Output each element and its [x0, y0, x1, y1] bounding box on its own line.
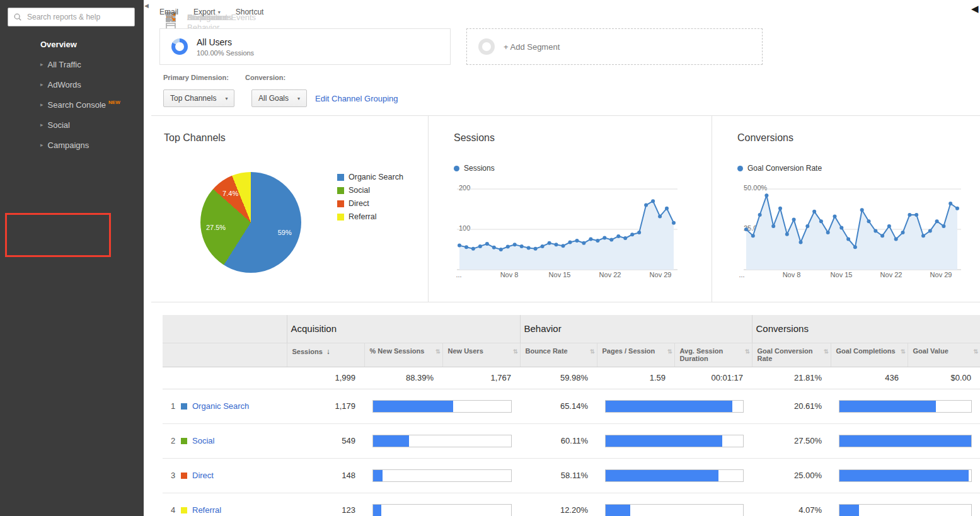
table-group-header: Acquisition Behavior Conversions [163, 315, 980, 343]
overview-charts: Top Channels 59%27.5%7.4% Organic Search… [151, 115, 980, 302]
column-header-avg-session-duration[interactable]: Avg. Session Duration⇅ [674, 343, 752, 367]
column-header-label: Goal Completions [836, 347, 896, 355]
search-box[interactable] [8, 8, 135, 26]
sidebar-item-label: All Traffic [48, 60, 81, 69]
channel-link[interactable]: Organic Search [192, 401, 249, 411]
conversions-legend-label: Goal Conversion Rate [747, 164, 822, 173]
x-axis-label: Nov 22 [599, 271, 621, 278]
edit-channel-grouping-link[interactable]: Edit Channel Grouping [315, 94, 398, 103]
add-segment-circle-icon [478, 38, 495, 55]
group-conversions: Conversions [752, 315, 980, 343]
total-value: 1,767 [442, 367, 520, 389]
column-header-label: Goal Conversion Rate [758, 347, 813, 362]
goal-completions-bar-cell [831, 458, 980, 493]
sidebar-item-label: Overview [40, 40, 77, 49]
goal-conversion-rate-value: 4.07% [752, 493, 831, 516]
goal-completions-bar-cell [831, 389, 980, 423]
goal-conversion-rate-value: 25.00% [752, 458, 831, 493]
column-header-goal-completions[interactable]: Goal Completions⇅ [831, 343, 908, 367]
goal-completions-bar [839, 435, 972, 447]
session-duration-bar [605, 400, 744, 413]
column-header-sessions[interactable]: Sessions↓ [287, 343, 364, 367]
segment-all-users[interactable]: All Users 100.00% Sessions [159, 28, 451, 65]
new-users-bar-cell [364, 389, 520, 423]
sessions-panel: Sessions Sessions 200 100 ...Nov 8Nov 15… [429, 116, 712, 302]
sidebar-item-campaigns[interactable]: ▸Campaigns [0, 135, 144, 155]
total-value: 21.81% [752, 367, 831, 389]
sidebar-collapse-strip[interactable]: ◀ [144, 0, 151, 516]
add-segment-button[interactable]: + Add Segment [466, 28, 763, 65]
export-button[interactable]: Export ▾ [193, 8, 221, 16]
conversion-select[interactable]: All Goals ▾ [251, 89, 307, 107]
sessions-title: Sessions [454, 132, 495, 144]
channel-link[interactable]: Direct [192, 471, 214, 480]
search-input[interactable] [26, 12, 129, 22]
email-button[interactable]: Email [159, 8, 178, 16]
channel-link[interactable]: Social [192, 436, 214, 445]
conversions-legend: Goal Conversion Rate [737, 164, 822, 173]
add-segment-label: + Add Segment [504, 42, 560, 52]
legend-swatch-icon [337, 200, 344, 207]
x-axis-label: Nov 29 [930, 271, 952, 278]
report-controls: Primary Dimension: Conversion: Top Chann… [151, 74, 980, 112]
sidebar-nav: DashboardsShortcutsIntelligence EventsRe… [0, 26, 144, 155]
primary-dimension-label: Primary Dimension: [163, 74, 229, 81]
row-rank: 3 [171, 471, 178, 480]
sessions-line-chart [457, 185, 677, 275]
column-header-label: Goal Value [913, 347, 948, 355]
caret-down-icon: ▾ [225, 96, 228, 101]
column-header-bounce-rate[interactable]: Bounce Rate⇅ [520, 343, 597, 367]
segment-title: All Users [197, 37, 254, 47]
sidebar-item-social[interactable]: ▸Social [0, 115, 144, 135]
table-row-organic-search: 1Organic Search1,17965.14%20.61% [163, 389, 980, 423]
column-header--new-sessions[interactable]: % New Sessions⇅ [364, 343, 442, 367]
shortcut-button[interactable]: Shortcut [236, 8, 264, 16]
column-header-pages-session[interactable]: Pages / Session⇅ [597, 343, 674, 367]
new-users-bar [372, 504, 512, 516]
column-header-label: Pages / Session [602, 347, 655, 355]
expand-arrow-icon: ▸ [40, 101, 43, 108]
sidebar: DashboardsShortcutsIntelligence EventsRe… [0, 0, 144, 516]
total-value: 1,999 [287, 367, 364, 389]
sessions-legend-label: Sessions [464, 164, 495, 173]
sort-toggle-icon: ⇅ [824, 348, 829, 355]
legend-label: Direct [349, 199, 369, 208]
table-row-social: 2Social54960.11%27.50% [163, 423, 980, 458]
segment-subtitle: 100.00% Sessions [197, 49, 254, 57]
row-rank: 4 [171, 505, 178, 515]
channels-tbody: 1Organic Search1,17965.14%20.61%2Social5… [163, 389, 980, 516]
channel-link[interactable]: Referral [192, 505, 221, 515]
sidebar-item-adwords[interactable]: ▸AdWords [0, 74, 144, 95]
group-acquisition: Acquisition [287, 315, 520, 343]
goal-completions-bar-cell [831, 493, 980, 516]
expand-arrow-icon: ▸ [40, 142, 43, 148]
sessions-value: 123 [287, 493, 364, 516]
sort-toggle-icon: ⇅ [435, 348, 441, 355]
main-content: Email Export ▾ Shortcut All Users 100.00… [151, 0, 980, 516]
column-header-goal-conversion-rate[interactable]: Goal Conversion Rate⇅ [752, 343, 831, 367]
primary-dimension-select[interactable]: Top Channels ▾ [163, 89, 234, 107]
sidebar-item-all-traffic[interactable]: ▸All Traffic [0, 54, 144, 74]
column-header-new-users[interactable]: New Users⇅ [442, 343, 520, 367]
table-column-header: Sessions↓% New Sessions⇅New Users⇅Bounce… [163, 343, 980, 367]
x-axis-label: ... [456, 271, 461, 278]
sidebar-item-label: Search Console [48, 100, 107, 110]
channel-color-swatch [181, 438, 187, 444]
sessions-value: 549 [287, 423, 364, 458]
pie-legend: Organic SearchSocialDirectReferral [337, 173, 403, 226]
sidebar-item-search-console[interactable]: ▸Search ConsoleNEW [0, 95, 144, 115]
sidebar-item-label: AdWords [48, 80, 81, 89]
total-value: 88.39% [364, 367, 442, 389]
sessions-legend: Sessions [454, 164, 495, 173]
session-duration-bar-cell [597, 423, 752, 458]
totals-spacer [163, 367, 287, 389]
table-row-direct: 3Direct14858.11%25.00% [163, 458, 980, 493]
top-channels-panel: Top Channels 59%27.5%7.4% Organic Search… [151, 116, 429, 302]
sidebar-item-overview[interactable]: Overview [0, 34, 144, 54]
legend-label: Organic Search [349, 173, 403, 181]
column-header-label: Avg. Session Duration [680, 347, 723, 362]
legend-item: Organic Search [337, 173, 403, 181]
channel-color-swatch [181, 507, 187, 513]
column-header-goal-value[interactable]: Goal Value⇅ [908, 343, 980, 367]
sort-toggle-icon: ⇅ [973, 348, 978, 355]
